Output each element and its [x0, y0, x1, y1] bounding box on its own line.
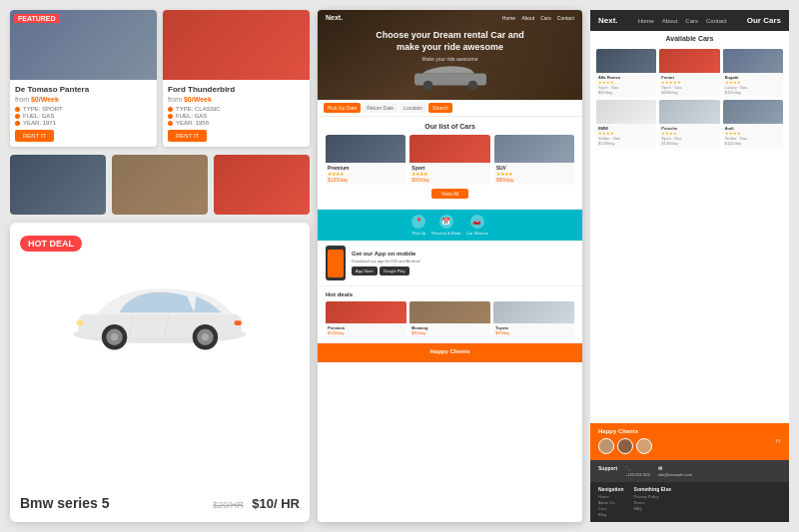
mockup-nav-links: Home About Cars Contact — [502, 15, 574, 21]
deal-3-info: Toyota $80/day — [493, 323, 574, 337]
footer: Navigation Home About Us Cars Blog Somet… — [590, 482, 789, 522]
svg-point-14 — [467, 80, 477, 89]
deal-2-info: Mustang $90/day — [409, 323, 490, 337]
mockup-car-1-price: $120/day — [328, 177, 403, 183]
search-tab-location[interactable]: Location — [400, 103, 426, 113]
search-tab-return[interactable]: Return Date — [363, 103, 398, 113]
footer-link-blog[interactable]: Blog — [598, 512, 624, 517]
hero-car-svg — [410, 65, 490, 90]
right-nav-about[interactable]: About — [662, 18, 678, 24]
hot-deal-car-image — [20, 260, 300, 369]
car-img-dark — [10, 155, 106, 215]
avail-car-4-info: BMW ★★★★ Sedan · Gas $120/day — [596, 124, 656, 148]
quote-icon: " — [775, 437, 781, 455]
support-email: info@example.com — [658, 472, 692, 477]
footer-col-2-title: Something Else — [634, 486, 672, 492]
how-it-works: 📍 Pick Up 📅 Reserve & Book 🚗 Car Returns — [318, 210, 582, 241]
footer-link-terms[interactable]: Terms — [634, 500, 672, 505]
avail-car-2-info: Ferrari ★★★★★ Sport · Gas $200/day — [659, 73, 719, 97]
right-nav-cars[interactable]: Cars — [685, 18, 698, 24]
spec-dot — [15, 107, 20, 112]
support-phone-icon: 📞 — [625, 465, 650, 471]
support-email-icon: ✉ — [658, 465, 692, 471]
spec-item: YEAR: 1956 — [168, 120, 305, 126]
hiw-text-1: Pick Up — [411, 231, 425, 236]
mockup-car-1-img — [326, 135, 405, 163]
hot-deal-new-price: $10/ HR — [252, 496, 300, 511]
svg-point-7 — [202, 333, 209, 340]
play-store-btn[interactable]: Google Play — [380, 266, 409, 275]
support-title-item: Support — [598, 465, 617, 477]
hot-deal-badge: HOT DEAL — [20, 236, 82, 252]
avail-car-1-img — [596, 49, 656, 73]
right-top-bar: Next. Home About Cars Contact Our Cars — [590, 10, 789, 31]
avail-car-2: Ferrari ★★★★★ Sport · Gas $200/day — [659, 49, 719, 97]
hiw-item-1: 📍 Pick Up — [411, 215, 425, 236]
search-tab-pickup[interactable]: Pick Up Date — [324, 103, 361, 113]
support-phone: +123 001 002 — [625, 472, 650, 477]
hot-deals-title: Hot deals — [326, 291, 574, 297]
avail-car-3-info: Bugatti ★★★★ Luxury · Gas $150/day — [723, 73, 783, 97]
right-nav: Home About Cars Contact — [638, 18, 727, 24]
deal-2-price: $90/day — [411, 330, 488, 335]
deal-item-2: Mustang $90/day — [409, 301, 490, 337]
avail-car-5-price: $130/day — [661, 141, 717, 146]
spec-item: TYPE: CLASSIC — [168, 106, 305, 112]
nav-about[interactable]: About — [521, 15, 534, 21]
avail-car-4-price: $120/day — [598, 141, 654, 146]
nav-contact[interactable]: Contact — [557, 15, 574, 21]
mockup-car-item-1: Premium ★★★★ $120/day — [326, 135, 405, 185]
deal-3-img — [493, 301, 574, 323]
support-label: Support — [598, 465, 617, 471]
car-card-1: FEATURED De Tomaso Pantera from $0/Week … — [10, 10, 157, 147]
featured-badge: FEATURED — [14, 14, 60, 23]
avatar-1 — [598, 438, 614, 454]
rent-button-2[interactable]: RENT IT — [168, 130, 207, 142]
hiw-icon-2: 📅 — [439, 215, 453, 229]
avatar-2 — [617, 438, 633, 454]
car-img-suv — [112, 155, 208, 215]
phone-screen — [328, 250, 344, 277]
right-nav-home[interactable]: Home — [638, 18, 654, 24]
car-illustration — [60, 274, 260, 354]
hot-deal-name: Bmw series 5 — [20, 495, 110, 511]
footer-link-privacy[interactable]: Privacy Policy — [634, 494, 672, 499]
right-happy-clients: Happy Clients " — [590, 423, 789, 460]
car-card-2: Ford Thunderbird from $0/Week TYPE: CLAS… — [163, 10, 310, 147]
nav-cars[interactable]: Cars — [540, 15, 551, 21]
mockup-car-1-info: Premium ★★★★ $120/day — [326, 163, 405, 185]
hiw-item-2: 📅 Reserve & Book — [431, 215, 460, 236]
nav-home[interactable]: Home — [502, 15, 515, 21]
footer-link-cars[interactable]: Cars — [598, 506, 624, 511]
spec-item: FUEL: GAS — [168, 113, 305, 119]
footer-link-about[interactable]: About Us — [598, 500, 624, 505]
hiw-text-3: Car Returns — [466, 231, 488, 236]
footer-link-home[interactable]: Home — [598, 494, 624, 499]
avail-car-1-price: $90/day — [598, 90, 654, 95]
search-tab-search[interactable]: Search — [428, 103, 452, 113]
car-card-2-specs: TYPE: CLASSIC FUEL: GAS YEAR: 1956 — [168, 106, 305, 126]
spec-dot — [168, 121, 173, 126]
car-card-1-image: FEATURED — [10, 10, 157, 80]
avail-car-3-img — [723, 49, 783, 73]
hot-deal-old-price: $20/HR — [213, 500, 244, 510]
hiw-text-2: Reserve & Book — [431, 231, 460, 236]
footer-col-1-title: Navigation — [598, 486, 624, 492]
mockup-nav: Next. Home About Cars Contact — [318, 14, 582, 21]
right-nav-contact[interactable]: Contact — [706, 18, 727, 24]
avatar-3 — [636, 438, 652, 454]
available-cars-title: Available Cars — [590, 31, 789, 46]
hiw-icon-3: 🚗 — [470, 215, 484, 229]
car-card-2-body: Ford Thunderbird from $0/Week TYPE: CLAS… — [163, 80, 310, 147]
avail-car-3: Bugatti ★★★★ Luxury · Gas $150/day — [723, 49, 783, 97]
app-store-btn[interactable]: App Store — [352, 266, 378, 275]
mockup-car-2-info: Sport ★★★★ $90/day — [409, 163, 489, 185]
client-avatars — [598, 438, 652, 454]
avail-car-6: Audi ★★★★ Sedan · Gas $110/day — [723, 100, 783, 148]
rent-button-1[interactable]: RENT IT — [15, 130, 54, 142]
hot-deal-info: Bmw series 5 $20/HR $10/ HR — [20, 494, 300, 512]
mockup-hero: Next. Home About Cars Contact Choose you… — [318, 10, 582, 100]
view-all-button[interactable]: View All — [431, 189, 468, 199]
footer-link-faq[interactable]: FAQ — [634, 506, 672, 511]
spec-dot — [168, 107, 173, 112]
